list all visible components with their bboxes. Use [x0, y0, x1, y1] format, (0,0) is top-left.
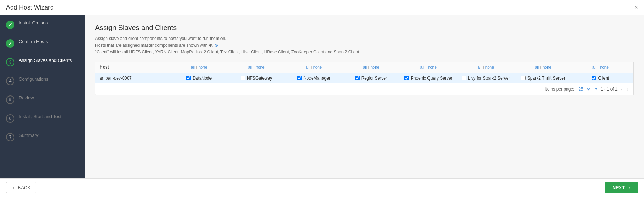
back-button[interactable]: ← BACK	[6, 182, 36, 193]
step-indicator-install-start-test: 6	[6, 114, 14, 123]
checkbox-nfsgateway[interactable]	[241, 76, 245, 80]
gear-icon: ⚙	[214, 43, 218, 48]
label-spark2_thrift[interactable]: Spark2 Thrift Server	[527, 76, 565, 81]
step-indicator-confirm-hosts: ✓	[6, 39, 14, 48]
host-cell: ambari-dev-0007	[100, 76, 170, 81]
table-rows-container: ambari-dev-0007DataNodeNFSGatewayNodeMan…	[95, 73, 633, 83]
all-phoenix[interactable]: all	[420, 65, 424, 69]
component-cell-nodemanager: NodeManager	[285, 76, 342, 81]
col-group-livy: all | none	[457, 65, 514, 69]
col-group-nfsgateway: all | none	[228, 65, 285, 69]
checkbox-spark2_thrift[interactable]	[521, 76, 526, 80]
step-indicator-summary: 7	[6, 133, 14, 141]
checkbox-phoenix_query_server[interactable]	[404, 76, 409, 80]
label-phoenix_query_server[interactable]: Phoenix Query Server	[411, 76, 453, 81]
label-nfsgateway[interactable]: NFSGateway	[247, 76, 272, 81]
main-content: Assign Slaves and Clients Assign slave a…	[85, 15, 644, 178]
none-nfsgateway[interactable]: none	[256, 65, 264, 69]
label-regionserver[interactable]: RegionServer	[361, 76, 387, 81]
all-regionserver[interactable]: all	[363, 65, 367, 69]
step-indicator-configurations: 4	[6, 77, 14, 85]
sidebar-label-configurations: Configurations	[19, 76, 48, 82]
component-cell-regionserver: RegionServer	[342, 76, 400, 81]
component-cell-phoenix_query_server: Phoenix Query Server	[400, 76, 457, 81]
col-links-nodemanager: all | none	[306, 65, 322, 69]
sidebar-label-summary: Summary	[19, 133, 39, 139]
col-links-spark2thrift: all | none	[535, 65, 551, 69]
assign-table: Host all | none all | none	[95, 62, 634, 95]
col-group-nodemanager: all | none	[285, 65, 342, 69]
col-group-client: all | none	[572, 65, 629, 69]
none-spark2thrift[interactable]: none	[543, 65, 551, 69]
wizard-title: Add Host Wizard	[6, 4, 54, 11]
checkbox-datanode[interactable]	[186, 76, 191, 80]
per-page-select[interactable]: 25 50 100	[577, 86, 591, 92]
desc-line2: Hosts that are assigned master component…	[95, 42, 634, 49]
sidebar-label-install-options: Install Options	[19, 20, 48, 26]
label-nodemanager[interactable]: NodeManager	[303, 76, 330, 81]
none-regionserver[interactable]: none	[371, 65, 379, 69]
prev-page-button[interactable]: ‹	[620, 86, 624, 92]
items-per-page-label: Items per page:	[545, 87, 574, 92]
section-desc: Assign slave and client components to ho…	[95, 35, 634, 56]
wizard-container: Add Host Wizard × ✓Install Options✓Confi…	[0, 0, 644, 197]
col-group-phoenix: all | none	[400, 65, 457, 69]
checkbox-client[interactable]	[592, 76, 596, 80]
chevron-down-icon: ▼	[594, 87, 598, 91]
all-nfsgateway[interactable]: all	[248, 65, 252, 69]
desc-line1: Assign slave and client components to ho…	[95, 35, 634, 42]
sidebar-item-assign-slaves[interactable]: 3Assign Slaves and Clients	[0, 53, 85, 71]
all-client[interactable]: all	[592, 65, 596, 69]
label-client[interactable]: Client	[598, 76, 609, 81]
checkmark-icon: ✓	[8, 41, 12, 46]
sidebar-item-review: 5Review	[0, 90, 85, 109]
next-button[interactable]: NEXT →	[605, 182, 638, 193]
sidebar-item-confirm-hosts[interactable]: ✓Confirm Hosts	[0, 34, 85, 53]
sidebar-item-install-start-test: 6Install, Start and Test	[0, 109, 85, 128]
pagination-bar: Items per page: 25 50 100 ▼ 1 - 1 of 1 ‹…	[95, 83, 633, 95]
none-phoenix[interactable]: none	[428, 65, 436, 69]
desc-line3: "Client" will install HDFS Client, YARN …	[95, 49, 634, 56]
sidebar-item-configurations: 4Configurations	[0, 71, 85, 90]
none-nodemanager[interactable]: none	[313, 65, 322, 69]
sidebar-item-summary: 7Summary	[0, 128, 85, 146]
checkbox-livy_spark2[interactable]	[462, 76, 466, 80]
none-datanode[interactable]: none	[199, 65, 207, 69]
sidebar-label-assign-slaves: Assign Slaves and Clients	[19, 58, 72, 64]
sidebar: ✓Install Options✓Confirm Hosts3Assign Sl…	[0, 15, 85, 178]
wizard-title-bar: Add Host Wizard ×	[0, 0, 644, 15]
checkbox-regionserver[interactable]	[355, 76, 360, 80]
table-row: ambari-dev-0007DataNodeNFSGatewayNodeMan…	[95, 73, 633, 83]
col-host-label: Host	[100, 65, 170, 70]
col-group-regionserver: all | none	[342, 65, 400, 69]
all-spark2thrift[interactable]: all	[535, 65, 539, 69]
sidebar-label-review: Review	[19, 95, 34, 101]
component-cell-spark2_thrift: Spark2 Thrift Server	[514, 76, 572, 81]
wizard-body: ✓Install Options✓Confirm Hosts3Assign Sl…	[0, 15, 644, 178]
label-livy_spark2[interactable]: Livy for Spark2 Server	[468, 76, 510, 81]
component-cell-nfsgateway: NFSGateway	[228, 76, 285, 81]
sidebar-item-install-options[interactable]: ✓Install Options	[0, 15, 85, 34]
col-links-datanode: all | none	[191, 65, 207, 69]
page-info: 1 - 1 of 1	[601, 87, 617, 92]
step-indicator-assign-slaves: 3	[6, 58, 14, 66]
col-links-livy: all | none	[478, 65, 494, 69]
col-links-phoenix: all | none	[420, 65, 437, 69]
none-client[interactable]: none	[600, 65, 609, 69]
step-indicator-install-options: ✓	[6, 21, 14, 29]
component-cell-livy_spark2: Livy for Spark2 Server	[457, 76, 514, 81]
all-livy[interactable]: all	[478, 65, 481, 69]
sidebar-label-confirm-hosts: Confirm Hosts	[19, 39, 48, 45]
col-links-nfsgateway: all | none	[248, 65, 264, 69]
component-cell-datanode: DataNode	[170, 76, 228, 81]
checkbox-nodemanager[interactable]	[297, 76, 302, 80]
col-links-regionserver: all | none	[363, 65, 379, 69]
label-datanode[interactable]: DataNode	[193, 76, 212, 81]
all-datanode[interactable]: all	[191, 65, 195, 69]
step-indicator-review: 5	[6, 95, 14, 104]
sidebar-label-install-start-test: Install, Start and Test	[19, 114, 61, 120]
all-nodemanager[interactable]: all	[306, 65, 309, 69]
close-button[interactable]: ×	[634, 4, 638, 11]
none-livy[interactable]: none	[485, 65, 494, 69]
next-page-button[interactable]: ›	[626, 86, 629, 92]
